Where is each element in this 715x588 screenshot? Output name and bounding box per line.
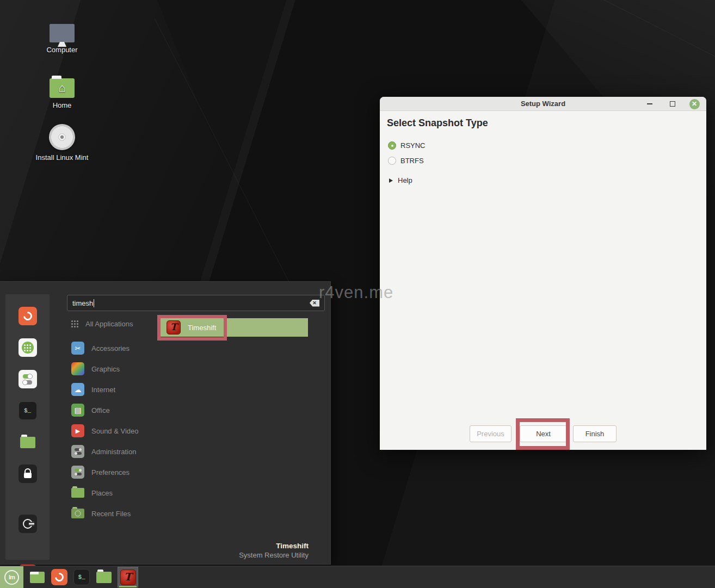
disc-icon — [49, 124, 75, 150]
selected-app-name: Timeshift — [239, 542, 309, 550]
terminal-icon[interactable]: $_ — [19, 401, 37, 420]
category-label: Internet — [91, 386, 115, 394]
administration-icon — [71, 445, 84, 458]
computer-icon — [50, 24, 75, 42]
maximize-icon[interactable] — [666, 97, 679, 111]
taskbar-timeshift-active[interactable]: T — [118, 567, 138, 587]
page-title: Select Snapshot Type — [387, 117, 488, 129]
logout-icon[interactable] — [19, 515, 37, 533]
active-window-indicator — [119, 586, 137, 587]
titlebar[interactable]: Setup Wizard ✕ — [380, 97, 706, 111]
wallpaper-line — [154, 18, 303, 309]
timeshift-icon: T — [120, 570, 136, 585]
category-label: Recent Files — [91, 510, 131, 518]
graphics-icon — [71, 362, 84, 375]
terminal-icon: $_ — [73, 569, 90, 585]
minimize-icon[interactable] — [643, 97, 656, 111]
category-label: Administration — [91, 448, 136, 456]
clear-icon[interactable]: ✕ — [310, 300, 319, 307]
expander-arrow-icon — [389, 178, 393, 183]
desktop-icon-label: Computer — [29, 46, 95, 54]
office-icon: ▤ — [71, 404, 84, 417]
menu-category-places[interactable]: Places — [71, 485, 113, 500]
search-result-timeshift[interactable]: T Timeshift — [161, 318, 308, 337]
radio-unchecked-icon[interactable] — [388, 157, 396, 165]
timeshift-icon: T — [167, 320, 181, 335]
category-label: Preferences — [91, 468, 130, 476]
menu-category-preferences[interactable]: Preferences — [71, 465, 130, 480]
desktop-icon-install-linux-mint[interactable]: Install Linux Mint — [29, 122, 95, 162]
menu-category-accessories[interactable]: ✂ Accessories — [71, 341, 130, 356]
desktop-icon-label: Install Linux Mint — [29, 153, 95, 162]
system-settings-icon[interactable] — [19, 370, 37, 388]
menu-category-sound-video[interactable]: ▶ Sound & Video — [71, 423, 139, 438]
all-applications-button[interactable]: All Applications — [71, 320, 133, 328]
menu-sidebar: $_ — [5, 294, 50, 560]
setup-wizard-window: Setup Wizard ✕ Select Snapshot Type RSYN… — [380, 97, 706, 450]
radio-checked-icon[interactable] — [388, 141, 396, 150]
text-caret — [94, 299, 94, 307]
taskbar-files[interactable] — [95, 567, 113, 587]
show-desktop-icon — [30, 572, 45, 583]
category-label: Accessories — [91, 344, 130, 352]
desktop-icon-computer[interactable]: Computer — [29, 14, 95, 54]
internet-icon: ☁ — [71, 383, 84, 396]
next-button[interactable]: Next — [520, 425, 567, 442]
grid-icon — [74, 323, 76, 325]
menu-category-graphics[interactable]: Graphics — [71, 361, 120, 376]
finish-button[interactable]: Finish — [573, 425, 617, 442]
taskbar-terminal[interactable]: $_ — [73, 567, 90, 587]
help-label: Help — [398, 176, 412, 184]
radio-btrfs[interactable]: BTRFS — [388, 157, 424, 165]
accessories-icon: ✂ — [71, 342, 84, 355]
taskbar-firefox[interactable] — [51, 567, 68, 587]
search-text: timesh — [72, 299, 93, 307]
places-icon — [71, 486, 84, 499]
result-label: Timeshift — [188, 324, 216, 332]
menu-category-internet[interactable]: ☁ Internet — [71, 382, 115, 397]
desktop-icon-label: Home — [29, 101, 95, 109]
firefox-icon — [51, 569, 67, 585]
category-label: Graphics — [91, 365, 120, 373]
radio-rsync[interactable]: RSYNC — [388, 141, 426, 150]
radio-label: RSYNC — [400, 141, 426, 150]
wallpaper-line — [546, 0, 715, 74]
home-folder-icon: ⌂ — [50, 78, 75, 98]
recent-files-icon — [71, 507, 84, 520]
mint-menu: $_ timesh ✕ All Applications T Timeshift… — [0, 281, 331, 565]
category-label: Sound & Video — [91, 427, 139, 435]
show-desktop-button[interactable] — [28, 567, 46, 587]
sound-video-icon: ▶ — [71, 424, 84, 437]
desktop-icon-home[interactable]: ⌂ Home — [29, 70, 95, 109]
selected-app-info: Timeshift System Restore Utility — [239, 542, 309, 559]
window-title: Setup Wizard — [521, 100, 565, 108]
menu-category-administration[interactable]: Administration — [71, 444, 136, 459]
watermark: r4ven.me — [319, 283, 393, 302]
preferences-icon — [71, 466, 84, 479]
previous-button[interactable]: Previous — [470, 425, 511, 442]
menu-category-recent-files[interactable]: Recent Files — [71, 506, 131, 521]
lock-screen-icon[interactable] — [19, 465, 37, 483]
firefox-icon[interactable] — [19, 307, 37, 325]
mint-menu-icon: lm — [4, 570, 19, 585]
menu-category-office[interactable]: ▤ Office — [71, 403, 110, 418]
radio-label: BTRFS — [400, 157, 424, 165]
files-icon — [96, 572, 112, 583]
selected-app-description: System Restore Utility — [239, 551, 309, 559]
all-applications-label: All Applications — [85, 320, 133, 328]
category-label: Places — [91, 489, 113, 497]
taskbar: lm $_ T — [0, 566, 715, 588]
close-icon[interactable]: ✕ — [688, 97, 701, 111]
search-input[interactable]: timesh ✕ — [67, 295, 325, 311]
category-label: Office — [91, 406, 110, 414]
help-expander[interactable]: Help — [389, 176, 412, 184]
files-icon[interactable] — [19, 433, 37, 451]
software-manager-icon[interactable] — [19, 338, 37, 357]
mint-menu-button[interactable]: lm — [0, 566, 23, 588]
